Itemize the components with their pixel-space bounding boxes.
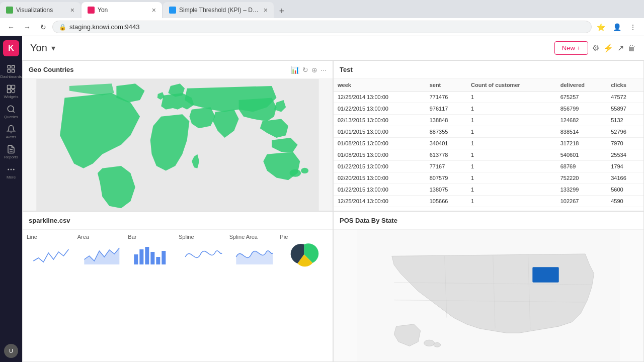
svg-rect-2 [8, 69, 10, 72]
geo-countries-panel: Geo Countries 📊 ↻ ⊕ ··· [22, 60, 333, 211]
geo-refresh-icon[interactable]: ↻ [302, 66, 308, 74]
svg-point-32 [424, 340, 435, 346]
back-button[interactable]: ← [4, 20, 18, 34]
tab-favicon-yon [88, 7, 95, 14]
menu-button[interactable]: ⋮ [626, 20, 640, 34]
svg-rect-19 [134, 254, 138, 264]
tab-favicon-visualizations [6, 7, 13, 14]
address-field[interactable]: 🔒 staging.knowi.com:9443 [52, 21, 592, 33]
extensions-button[interactable]: ⭐ [594, 20, 608, 34]
sidebar-item-alerts[interactable]: Alerts [2, 123, 20, 141]
sidebar-item-reports[interactable]: Reports [2, 143, 20, 161]
table-row: 12/11/2014 13:00:00428929139412316148 [334, 207, 643, 211]
sidebar-item-queries[interactable]: Queries [2, 103, 20, 121]
sparkline-label-bar: Bar [128, 234, 136, 240]
pos-panel-header: POS Data By State [334, 212, 643, 230]
user-avatar[interactable]: U [4, 344, 18, 358]
svg-line-9 [13, 111, 14, 112]
usa-map-svg [334, 230, 643, 361]
settings-icon[interactable]: ⚙ [592, 43, 599, 53]
tab-favicon-threshold [169, 7, 176, 14]
page-header: Yon ▾ New + ⚙ ⚡ ↗ 🗑 [22, 36, 644, 60]
new-button[interactable]: New + [554, 41, 588, 55]
sparkline-panel: sparkline.csv Line Area [22, 211, 333, 362]
title-dropdown-icon[interactable]: ▾ [51, 43, 55, 53]
col-clicks: clicks [607, 79, 643, 92]
sidebar: K Dashboards Widgets Queries Alerts Repo… [0, 36, 22, 362]
svg-rect-23 [156, 257, 160, 264]
geo-panel-title: Geo Countries [29, 66, 291, 73]
sparkline-label-spline: Spline [179, 234, 194, 240]
share-icon[interactable]: ↗ [617, 43, 624, 53]
sparkline-content: Line Area Bar [23, 230, 333, 361]
svg-point-14 [8, 169, 9, 170]
profile-button[interactable]: 👤 [610, 20, 624, 34]
table-panel-header: Test [334, 61, 643, 79]
refresh-button[interactable]: ↻ [36, 20, 50, 34]
sparkline-label-area: Area [77, 234, 89, 240]
geo-more-icon[interactable]: ··· [320, 66, 327, 74]
app-container: K Dashboards Widgets Queries Alerts Repo… [0, 36, 644, 362]
col-week: week [334, 79, 426, 92]
table-row: 01/08/2015 13:00:0034040113172187970 [334, 138, 643, 149]
svg-rect-5 [12, 85, 15, 88]
sidebar-item-reports-label: Reports [4, 155, 18, 159]
sidebar-item-queries-label: Queries [4, 115, 18, 119]
test-table-panel: Test week sent Count of customer deliver… [333, 60, 644, 211]
forward-button[interactable]: → [20, 20, 34, 34]
app-logo[interactable]: K [3, 40, 19, 56]
new-tab-button[interactable]: + [275, 4, 289, 18]
svg-rect-22 [151, 252, 155, 264]
tab-close-visualizations[interactable]: × [70, 6, 74, 14]
sidebar-item-dashboards[interactable]: Dashboards [2, 62, 20, 80]
sparkline-label-pie: Pie [280, 234, 288, 240]
geo-map-container [23, 79, 333, 211]
table-row: 12/25/2014 13:00:00771476167525747572 [334, 92, 643, 103]
tab-simple-threshold[interactable]: Simple Threshold (KPI) – Docum... × [163, 2, 274, 18]
table-row: 01/22/2015 13:00:00976117185679955897 [334, 103, 643, 115]
sidebar-item-widgets[interactable]: Widgets [2, 82, 20, 101]
table-row: 01/01/2015 13:00:00887355183851452796 [334, 126, 643, 138]
lightning-icon[interactable]: ⚡ [603, 43, 613, 53]
sparkline-label-line: Line [27, 234, 37, 240]
pos-panel-title: POS Data By State [340, 217, 637, 224]
tab-yon[interactable]: Yon × [82, 2, 162, 18]
pos-map-container [334, 230, 643, 361]
svg-point-12 [11, 169, 12, 170]
delete-icon[interactable]: 🗑 [628, 44, 636, 53]
svg-point-8 [8, 106, 14, 112]
sparkline-item-pie: Pie [280, 234, 329, 267]
page-title: Yon [30, 42, 47, 54]
svg-rect-3 [12, 69, 15, 72]
col-count-customer: Count of customer [467, 79, 556, 92]
table-container[interactable]: week sent Count of customer delivered cl… [334, 79, 643, 211]
geo-panel-icons: 📊 ↻ ⊕ ··· [291, 66, 327, 74]
svg-rect-4 [8, 85, 11, 88]
svg-rect-24 [162, 251, 166, 264]
table-row: 02/20/2015 13:00:00807579175222034166 [334, 172, 643, 184]
sparkline-chart-spline [179, 242, 227, 267]
svg-point-13 [14, 169, 15, 170]
svg-rect-20 [140, 249, 144, 264]
pos-data-panel: POS Data By State [333, 211, 644, 362]
sparkline-chart-area [77, 242, 126, 267]
geo-filter-icon[interactable]: ⊕ [311, 66, 317, 74]
tab-label-threshold: Simple Threshold (KPI) – Docum... [179, 7, 261, 14]
tab-label-visualizations: Visualizations [16, 7, 67, 14]
sparkline-item-area: Area [77, 234, 126, 267]
svg-rect-21 [145, 247, 149, 264]
sparkline-panel-header: sparkline.csv [23, 212, 333, 230]
col-delivered: delivered [556, 79, 607, 92]
sparkline-chart-pie [280, 242, 329, 267]
sparkline-chart-spline-area [229, 242, 278, 267]
tab-visualizations[interactable]: Visualizations × [0, 2, 80, 18]
geo-chart-icon[interactable]: 📊 [291, 66, 299, 74]
sidebar-item-alerts-label: Alerts [6, 135, 16, 139]
tab-close-threshold[interactable]: × [264, 6, 268, 14]
tab-close-yon[interactable]: × [152, 6, 156, 14]
sidebar-item-more-label: More [7, 175, 16, 179]
sidebar-item-more[interactable]: More [2, 163, 20, 181]
address-bar-row: ← → ↻ 🔒 staging.knowi.com:9443 ⭐ 👤 ⋮ [0, 18, 644, 36]
svg-point-16 [290, 169, 301, 177]
table-row: 02/13/2015 13:00:0013884811246825132 [334, 115, 643, 126]
